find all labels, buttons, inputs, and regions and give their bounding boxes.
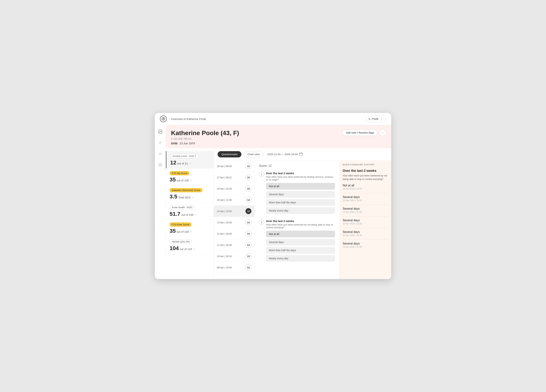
timeline-score: 14 [246,242,251,248]
timeline-item[interactable]: 16 Apr | 10:33 15 [214,183,254,194]
timeline-item[interactable]: 14 Apr | 13:20 12 [214,206,254,217]
timeline-date: 17 Apr | 08:12 [217,176,232,179]
timeline-score: 14 [246,219,251,225]
score-value: 12 out of 21 ↑ [170,159,210,166]
svg-rect-8 [161,163,162,165]
answer-options: Not at allSeveral daysMore than half the… [266,231,335,262]
app-container: ‹ Overview of Katherine Poole K. Poole ⋮ [155,113,391,279]
tab-questionnaire[interactable]: Questionnaire [218,151,241,158]
user-label: K. Poole [369,117,378,120]
timeline-item[interactable]: 12 Apr | 18:00 14 [214,228,254,239]
questionnaire-area: Questionnaire Chart view 2020-12-04 — 20… [214,148,391,279]
score-value: 3.5 Total DDS ↑ [169,193,210,200]
history-entries: Not at all 18 Apr 2020 | 16:23 Several d… [343,184,388,248]
scores-sidebar: Anxiety Level - GAD-7 12 out of 21 ↑ FJS… [166,148,214,279]
calendar-icon[interactable] [299,152,303,156]
timeline-item[interactable]: 11 Apr | 18:30 14 [214,239,254,251]
tab-chart-view[interactable]: Chart view [244,151,264,158]
timeline-date: 14 Apr | 13:20 [217,210,232,213]
timeline-score: 14 [246,197,251,203]
split-view: 18 Apr | 06:00 12 17 Apr | 08:12 10 16 A… [214,161,391,279]
history-date: 12 Apr 2020 | 11:40 [343,211,388,213]
timeline-score: 13 [246,253,251,259]
sidebar-icon-person[interactable] [157,140,163,145]
answer-option[interactable]: More than half the days [266,199,335,206]
timeline-date: 18 Apr | 06:00 [217,165,232,168]
score-item-norfolk[interactable]: Norfolk QOL-DN 104 out of 115 ↑ [166,237,214,254]
score-value: 51.7 out of 100 ↑ [169,211,210,217]
score-tag: Knee health - IKDC [169,205,195,210]
question-block: 2 Over the last 2 weeks How often have y… [259,219,335,262]
dob-label: DOB: [171,142,178,145]
timeline-item[interactable]: 09 Apr | 15:00 12 [214,262,254,273]
timeline-item[interactable]: 15 Apr | 11:00 14 [214,194,254,206]
patient-header: Katherine Poole (43, F) # 123 456 789 10… [166,125,391,148]
answer-option[interactable]: Not at all [266,183,335,190]
timeline-score: 12 [246,208,251,214]
patient-info: Katherine Poole (43, F) # 123 456 789 10… [171,129,239,145]
score-tag: FJS Knee Score [169,222,192,227]
answer-option[interactable]: Nearly every day [266,255,335,262]
svg-rect-10 [161,165,162,166]
timeline-score: 14 [246,231,251,237]
question-header: 1 Over the last 2 weeks How often have y… [259,171,335,181]
answer-option[interactable]: Not at all [266,231,335,237]
history-entry: Several days 15 Apr 2020 | 13:03 [343,219,388,225]
question-title: Over the last 2 weeks [266,219,335,223]
answer-option[interactable]: Several days [266,191,335,198]
top-bar-left: ‹ Overview of Katherine Poole [160,115,206,122]
score-value: 35 out of 100 ↑ [169,228,210,234]
timeline-score: 12 [246,163,251,169]
sidebar-icon-chart[interactable] [157,129,163,134]
svg-rect-11 [299,153,302,155]
main-layout: Katherine Poole (43, F) # 123 456 789 10… [155,125,391,279]
answer-option[interactable]: Nearly every day [266,207,335,214]
question-text-block: Over the last 2 weeks How often have you… [266,219,335,229]
history-answer: Not at all [343,184,388,187]
timeline-date: 12 Apr | 18:00 [217,232,232,235]
score-item-knee-health[interactable]: Knee health - IKDC 51.7 out of 100 ↑ [166,202,214,220]
question-subtitle: How often have you been bothered by not … [266,223,335,229]
question-number-circle: 2 [259,219,264,225]
history-entry: Not at all 18 Apr 2020 | 16:23 [343,184,388,190]
timeline-item[interactable]: 10 Apr | 19:10 13 [214,251,254,262]
back-nav-label: Overview of Katherine Poole [171,117,206,120]
timeline-score: 15 [246,186,251,192]
score-tag: Norfolk QOL-DN [169,239,192,244]
question-title: Over the last 2 weeks [266,171,335,175]
timeline-date: 10 Apr | 19:10 [217,255,232,258]
score-item-fjs-knee[interactable]: FJS Knee Score 35 out of 100 ↑ [166,220,214,237]
score-item-anxiety[interactable]: Anxiety Level - GAD-7 12 out of 21 ↑ [166,151,214,169]
back-nav[interactable]: ‹ Overview of Katherine Poole [169,117,206,120]
content-area: Anxiety Level - GAD-7 12 out of 21 ↑ FJS… [166,148,391,279]
date-range: 2020-12-04 — 2020-18-04 [267,152,303,156]
history-entry: Several days 15 Apr 2020 | 13:03 [343,196,388,202]
history-entry: Several days 13 Apr 2020 | 12:55 [343,242,388,248]
history-divider [343,205,388,205]
add-note-button[interactable]: Add note / Resolve flags [342,130,377,136]
timeline-date: 11 Apr | 18:30 [217,244,232,247]
history-date: 18 Apr 2020 | 16:23 [343,188,388,190]
history-divider [343,216,388,216]
history-answer: Several days [343,207,388,210]
timeline-item[interactable]: 17 Apr | 08:12 10 [214,172,254,183]
history-answer: Several days [343,219,388,222]
sidebar-icon-grid[interactable] [157,162,163,168]
timeline-item[interactable]: 13 Apr | 15:00 14 [214,217,254,228]
answer-option[interactable]: Several days [266,239,335,246]
score-item-fjs-hip[interactable]: FJS Hip Score 35 out of 100 ↑ [166,169,214,185]
history-title: QUESTIONNAIRE HISTORY [343,164,388,166]
question-subtitle: How often have you been bothered by feel… [266,176,335,181]
more-actions-button[interactable]: ⋯ [379,129,386,136]
user-badge[interactable]: K. Poole ⋮ [366,115,386,122]
timeline-score: 12 [246,265,251,270]
answer-option[interactable]: More than half the days [266,247,335,253]
score-item-diabetes[interactable]: Diabetes Distressed Score 3.5 Total DDS … [166,185,214,202]
timeline-date: 09 Apr | 15:00 [217,266,232,269]
timeline-item[interactable]: 18 Apr | 06:00 12 [214,161,254,172]
question-number-circle: 1 [259,172,264,177]
history-divider [343,228,388,228]
answer-options: Not at allSeveral daysMore than half the… [266,183,335,214]
history-entry: Several days 14 Apr 2020 | 14:44 [343,230,388,237]
sidebar-icon-list[interactable] [157,151,163,157]
